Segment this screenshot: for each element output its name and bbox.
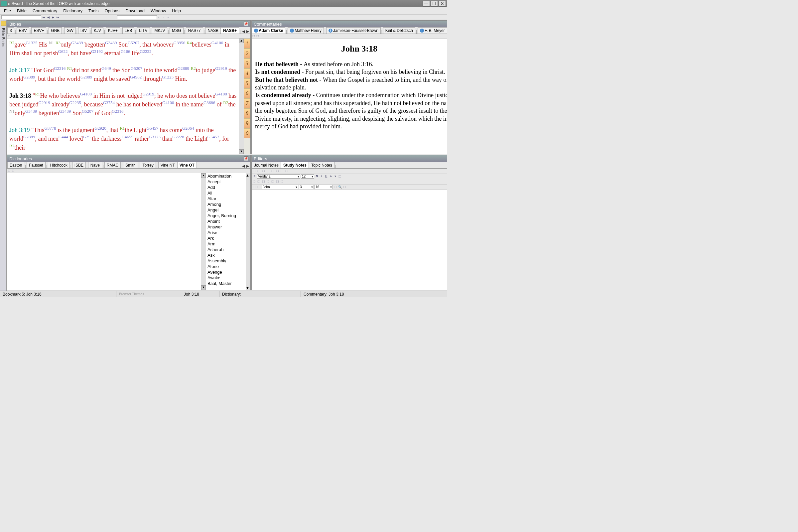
list-item[interactable]: Anger, Burning xyxy=(206,213,246,218)
toolbar-icon[interactable]: ⬚ xyxy=(252,180,256,184)
list-item[interactable]: Assembly xyxy=(206,258,246,264)
nav-prev-icon[interactable]: ◀ xyxy=(47,16,51,19)
dictionary-tab[interactable]: RMAC xyxy=(104,162,121,168)
toolbar-icon[interactable]: ⬚ xyxy=(266,180,270,184)
list-item[interactable]: Angel xyxy=(206,207,246,213)
editor-tab[interactable]: Journal Notes xyxy=(252,162,281,168)
toolbar-icon[interactable]: ⬚ xyxy=(271,180,275,184)
menu-dictionary[interactable]: Dictionary xyxy=(60,8,85,14)
toolbar-icon[interactable]: ⬚ xyxy=(257,180,261,184)
bible-tab[interactable]: KJV+ xyxy=(106,27,120,34)
verse-num-button[interactable]: 0 xyxy=(244,128,250,138)
commentary-tab[interactable]: iJamieson-Fausset-Brown xyxy=(326,27,381,34)
bible-tab[interactable]: LEB xyxy=(122,27,135,34)
minimize-button[interactable]: — xyxy=(423,1,430,7)
toolbar-icon[interactable]: ⬚ xyxy=(276,180,280,184)
text-color-icon[interactable]: A xyxy=(329,174,333,178)
commentary-tab[interactable]: iF. B. Meyer xyxy=(418,27,447,34)
verse-num-button[interactable]: 9 xyxy=(244,118,250,128)
bible-books-label[interactable]: Bible Books xyxy=(1,28,5,47)
verse-num-button[interactable]: 2 xyxy=(244,49,250,58)
dictionary-tab[interactable]: ISBE xyxy=(72,162,86,168)
scroll-up-icon[interactable]: ▲ xyxy=(246,173,250,177)
dictionary-tab[interactable]: Hitchcock xyxy=(48,162,70,168)
toolbar-icon[interactable]: ⬚ xyxy=(252,35,256,38)
toolbar-icon[interactable]: ⬚ xyxy=(280,180,284,184)
dictionary-tab[interactable]: Fausset xyxy=(26,162,45,168)
menu-bible[interactable]: Bible xyxy=(14,8,29,14)
list-item[interactable]: Awake xyxy=(206,275,246,281)
toolbar-icon[interactable]: ⬚ xyxy=(338,174,342,178)
underline-icon[interactable]: U xyxy=(324,174,328,178)
toolbar-icon[interactable]: ▫ xyxy=(163,16,166,19)
editor-content[interactable] xyxy=(252,190,447,290)
toolbar-icon[interactable]: ⬚ xyxy=(8,169,11,173)
nav-next-icon[interactable]: ▶ xyxy=(52,16,55,19)
toolbar-icon[interactable]: ⬚ xyxy=(252,169,256,173)
toolbar-icon[interactable]: ⬚ xyxy=(8,35,11,38)
toolbar-icon[interactable]: ⬚ xyxy=(334,185,338,189)
dictionary-tab-active[interactable]: Vine OT xyxy=(177,162,197,168)
nav-last-icon[interactable]: ⏭ xyxy=(57,16,60,19)
scroll-down-icon[interactable]: ▼ xyxy=(239,149,244,154)
toolbar-icon[interactable]: ▫ xyxy=(168,16,171,19)
list-item[interactable]: Abomination xyxy=(206,173,246,179)
bible-tab[interactable]: MKJV xyxy=(152,27,167,34)
word-list-scrollbar[interactable]: ▲ ▼ xyxy=(246,173,250,290)
menu-help[interactable]: Help xyxy=(169,8,184,14)
menu-tools[interactable]: Tools xyxy=(86,8,101,14)
menu-file[interactable]: File xyxy=(1,8,14,14)
list-item[interactable]: All xyxy=(206,190,246,196)
pin-icon[interactable]: 📌 xyxy=(244,156,248,161)
bible-books-icon[interactable] xyxy=(1,21,6,26)
toolbar-icon[interactable]: ⬚ xyxy=(257,185,261,189)
menu-window[interactable]: Window xyxy=(148,8,169,14)
dictionary-content[interactable] xyxy=(7,173,201,290)
verse-num-button[interactable]: 1 xyxy=(244,39,250,49)
menu-options[interactable]: Options xyxy=(102,8,122,14)
search-icon[interactable]: 🔍 xyxy=(338,185,342,189)
dictionary-word-list[interactable]: Abomination Accept Add All Altar Among A… xyxy=(206,173,246,290)
list-item[interactable]: Ark xyxy=(206,235,246,241)
dictionary-tab[interactable]: Easton xyxy=(7,162,24,168)
bible-tab[interactable]: NASB xyxy=(205,27,221,34)
dictionary-tab[interactable]: Vine NT xyxy=(158,162,177,168)
dictionary-tab[interactable]: Smith xyxy=(123,162,138,168)
toolbar-icon[interactable]: ⬚ xyxy=(262,169,266,173)
bible-tab[interactable]: 3 xyxy=(7,27,14,34)
chapter-dropdown[interactable]: 3 xyxy=(299,185,314,189)
bible-tab[interactable]: GNB xyxy=(49,27,62,34)
tab-scroll-left-icon[interactable]: ◀ xyxy=(241,29,245,34)
bible-scrollbar[interactable]: ▲ ▼ xyxy=(239,39,244,154)
italic-icon[interactable]: I xyxy=(320,174,324,178)
commentary-tab-active[interactable]: iAdam Clarke xyxy=(252,27,285,34)
commentary-tab[interactable]: iMatthew Henry xyxy=(288,27,324,34)
verse-num-button[interactable]: 4 xyxy=(244,69,250,78)
tab-scroll-right-icon[interactable]: ▶ xyxy=(246,29,250,34)
dictionary-scrollbar[interactable]: ▲ ▼ xyxy=(201,173,206,290)
bible-text[interactable]: R2gaveG1325 His N1 R3onlyG3439 begottenG… xyxy=(7,39,239,154)
bible-tab[interactable]: ESV+ xyxy=(31,27,46,34)
toolbar-dropdown-1[interactable] xyxy=(1,15,41,19)
list-item[interactable]: Ask xyxy=(206,252,246,258)
verse-num-button[interactable]: 3 xyxy=(244,58,250,69)
commentary-tab[interactable]: Keil & Delitzsch xyxy=(383,27,415,34)
dictionary-tab[interactable]: Torrey xyxy=(140,162,156,168)
list-item[interactable]: Asherah xyxy=(206,247,246,252)
scroll-up-icon[interactable]: ▲ xyxy=(201,173,206,178)
commentary-text[interactable]: John 3:18 He that believeth - As stated … xyxy=(252,39,447,154)
dictionary-tab[interactable]: Nave xyxy=(88,162,102,168)
editor-tab-active[interactable]: Study Notes xyxy=(281,162,309,168)
bible-tab[interactable]: LITV xyxy=(137,27,150,34)
list-item[interactable]: Avenge xyxy=(206,269,246,275)
nav-first-icon[interactable]: ⏮ xyxy=(42,16,46,19)
maximize-button[interactable]: ❐ xyxy=(431,1,438,7)
list-item[interactable]: Baal, Master xyxy=(206,281,246,286)
list-item[interactable]: Among xyxy=(206,202,246,207)
bible-tab[interactable]: NAS77 xyxy=(186,27,203,34)
font-dropdown[interactable]: Verdana xyxy=(257,174,300,178)
toolbar-icon[interactable]: ⬚ xyxy=(276,169,280,173)
bible-tab[interactable]: MSG xyxy=(170,27,183,34)
list-item[interactable]: Arise xyxy=(206,230,246,235)
toolbar-icon[interactable]: ⬚ xyxy=(266,169,270,173)
